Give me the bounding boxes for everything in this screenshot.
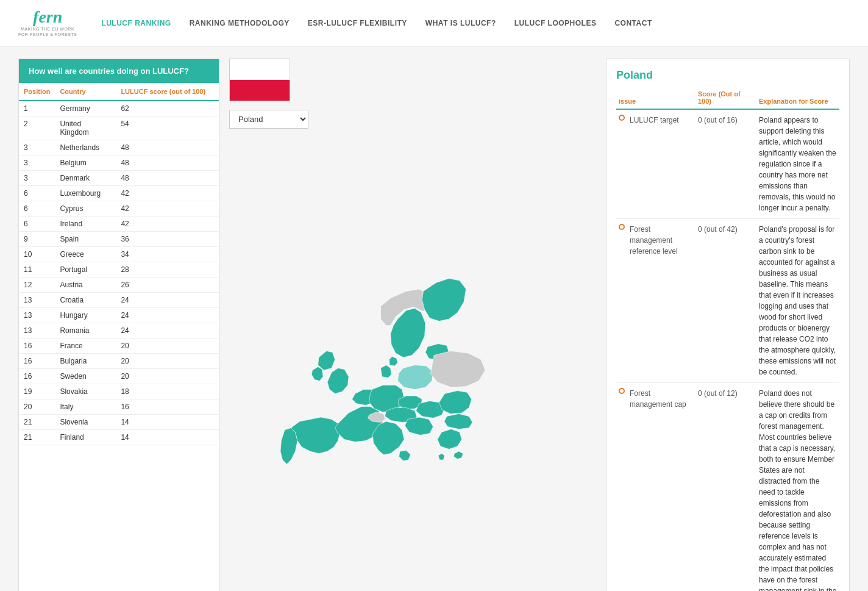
ranking-country: France xyxy=(55,338,116,354)
ranking-score: 24 xyxy=(116,308,219,323)
ranking-row[interactable]: 3 Belgium 48 xyxy=(19,156,219,171)
ranking-country: United Kingdom xyxy=(55,116,116,140)
ranking-score: 26 xyxy=(116,278,219,293)
map-greece[interactable] xyxy=(438,429,463,460)
ranking-pos: 6 xyxy=(19,217,55,232)
ranking-score: 18 xyxy=(116,384,219,399)
ranking-country: Spain xyxy=(55,232,116,247)
detail-explanation: Poland appears to support deleting this … xyxy=(756,109,839,219)
ranking-row[interactable]: 16 France 20 xyxy=(19,338,219,354)
ranking-pos: 21 xyxy=(19,430,55,445)
map-ireland[interactable] xyxy=(311,367,323,381)
ranking-row[interactable]: 13 Romania 24 xyxy=(19,323,219,338)
map-spain[interactable] xyxy=(291,417,341,454)
ranking-row[interactable]: 9 Spain 36 xyxy=(19,232,219,247)
nav-ranking-methodology[interactable]: RANKING METHODOLOGY xyxy=(190,19,290,27)
detail-tbody: LULUCF target 0 (out of 16) Poland appea… xyxy=(616,109,839,591)
ranking-score: 42 xyxy=(116,217,219,232)
ranking-country: Ireland xyxy=(55,217,116,232)
issue-icon xyxy=(619,224,625,230)
ranking-row[interactable]: 11 Portugal 28 xyxy=(19,262,219,278)
map-svg-container xyxy=(229,135,596,591)
ranking-row[interactable]: 13 Croatia 24 xyxy=(19,293,219,308)
map-eastern[interactable] xyxy=(430,351,485,388)
map-italy[interactable] xyxy=(372,421,410,460)
ranking-pos: 12 xyxy=(19,278,55,293)
nav-what-is-lulucf[interactable]: WHAT IS LULUCF? xyxy=(425,19,496,27)
col-country: Country xyxy=(55,83,116,101)
ranking-row[interactable]: 6 Cyprus 42 xyxy=(19,201,219,217)
ranking-country: Italy xyxy=(55,399,116,415)
ranking-panel: How well are countries doing on LULUCF? … xyxy=(18,59,219,591)
ranking-row[interactable]: 13 Hungary 24 xyxy=(19,308,219,323)
ranking-pos: 11 xyxy=(19,262,55,278)
detail-score: 0 (out of 16) xyxy=(695,109,756,219)
ranking-row[interactable]: 3 Netherlands 48 xyxy=(19,140,219,156)
map-finland[interactable] xyxy=(422,279,466,321)
ranking-pos: 13 xyxy=(19,323,55,338)
detail-explanation: Poland's proposal is for a country's for… xyxy=(756,219,839,383)
map-portugal[interactable] xyxy=(280,428,297,465)
map-poland[interactable] xyxy=(398,365,433,390)
logo-area: fern MAKING THE EU WORKFOR PEOPLE & FORE… xyxy=(18,9,77,37)
map-area: PolandGermanyFranceSpainItalyNetherlands… xyxy=(229,59,596,591)
ranking-row[interactable]: 6 Ireland 42 xyxy=(19,217,219,232)
ranking-country: Croatia xyxy=(55,293,116,308)
ranking-row[interactable]: 16 Sweden 20 xyxy=(19,369,219,384)
map-romania[interactable] xyxy=(439,391,471,414)
ranking-country: Hungary xyxy=(55,308,116,323)
ranking-country: Portugal xyxy=(55,262,116,278)
col-position: Position xyxy=(19,83,55,101)
map-bulgaria[interactable] xyxy=(444,414,472,429)
ranking-score: 14 xyxy=(116,430,219,445)
ranking-row[interactable]: 19 Slovakia 18 xyxy=(19,384,219,399)
ranking-row[interactable]: 20 Italy 16 xyxy=(19,399,219,415)
ranking-score: 20 xyxy=(116,369,219,384)
ranking-country: Austria xyxy=(55,278,116,293)
detail-explanation: Poland does not believe there should be … xyxy=(756,383,839,592)
ranking-row[interactable]: 16 Bulgaria 20 xyxy=(19,354,219,369)
map-balkans-north[interactable] xyxy=(405,417,433,435)
ranking-country: Luxembourg xyxy=(55,186,116,201)
detail-row: Forest management cap 0 (out of 12) Pola… xyxy=(616,383,839,592)
nav-contact[interactable]: CONTACT xyxy=(614,19,652,27)
ranking-table: Position Country LULUCF score (out of 10… xyxy=(19,83,219,445)
ranking-row[interactable]: 2 United Kingdom 54 xyxy=(19,116,219,140)
detail-country-title: Poland xyxy=(616,69,839,82)
ranking-country: Belgium xyxy=(55,156,116,171)
ranking-row[interactable]: 6 Luxembourg 42 xyxy=(19,186,219,201)
detail-row: Forest management reference level 0 (out… xyxy=(616,219,839,383)
ranking-pos: 2 xyxy=(19,116,55,140)
ranking-country: Sweden xyxy=(55,369,116,384)
ranking-pos: 3 xyxy=(19,171,55,186)
detail-issue: Forest management cap xyxy=(616,383,695,592)
ranking-pos: 6 xyxy=(19,186,55,201)
main-content: How well are countries doing on LULUCF? … xyxy=(0,46,868,591)
issue-icon xyxy=(619,115,625,121)
ranking-row[interactable]: 3 Denmark 48 xyxy=(19,171,219,186)
ranking-row[interactable]: 12 Austria 26 xyxy=(19,278,219,293)
nav-lulucf-loopholes[interactable]: LULUCF LOOPHOLES xyxy=(514,19,597,27)
detail-issue: LULUCF target xyxy=(616,109,695,219)
map-denmark[interactable] xyxy=(381,357,398,378)
ranking-row[interactable]: 10 Greece 34 xyxy=(19,247,219,262)
ranking-row[interactable]: 21 Slovenia 14 xyxy=(19,415,219,430)
detail-issue: Forest management reference level xyxy=(616,219,695,383)
ranking-pos: 16 xyxy=(19,369,55,384)
nav-lulucf-ranking[interactable]: LULUCF RANKING xyxy=(101,19,171,27)
ranking-row[interactable]: 21 Finland 14 xyxy=(19,430,219,445)
ranking-country: Denmark xyxy=(55,171,116,186)
ranking-country: Cyprus xyxy=(55,201,116,217)
detail-row: LULUCF target 0 (out of 16) Poland appea… xyxy=(616,109,839,219)
ranking-score: 14 xyxy=(116,415,219,430)
ranking-pos: 3 xyxy=(19,156,55,171)
country-select[interactable]: PolandGermanyFranceSpainItalyNetherlands… xyxy=(229,110,308,129)
detail-panel: Poland issue Score (Out of 100) Explanat… xyxy=(606,59,850,591)
nav-esr-lulucf[interactable]: ESR-LULUCF FLEXIBILITY xyxy=(308,19,407,27)
ranking-row[interactable]: 1 Germany 62 xyxy=(19,101,219,116)
ranking-score: 28 xyxy=(116,262,219,278)
logo-subtitle: MAKING THE EU WORKFOR PEOPLE & FORESTS xyxy=(18,27,77,37)
ranking-pos: 16 xyxy=(19,338,55,354)
ranking-score: 24 xyxy=(116,323,219,338)
ranking-panel-header: How well are countries doing on LULUCF? xyxy=(19,59,219,83)
